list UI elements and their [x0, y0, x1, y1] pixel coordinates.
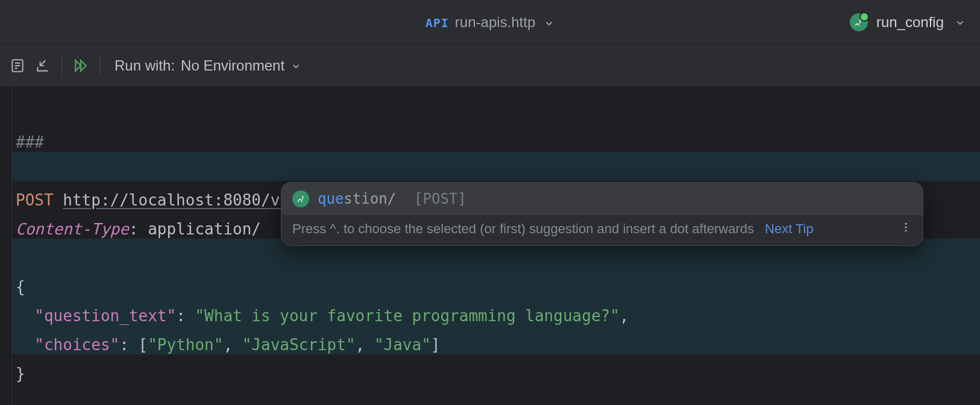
more-icon[interactable] — [900, 221, 912, 237]
svg-point-7 — [905, 226, 906, 228]
comma: , — [620, 307, 629, 325]
chevron-down-icon[interactable] — [544, 15, 554, 31]
colon: : — [176, 307, 186, 325]
chevron-down-icon — [291, 57, 301, 74]
import-icon[interactable] — [30, 53, 55, 78]
brace-close: } — [16, 365, 25, 383]
bracket-close: ] — [431, 336, 441, 354]
header-sep: : — [129, 220, 148, 238]
code-content: ### POST http://localhost:8080/v1/que Co… — [12, 87, 980, 405]
json-string: "JavaScript" — [242, 336, 356, 354]
run-with-label: Run with: — [115, 57, 175, 74]
run-config-label: run_config — [876, 14, 944, 31]
json-string: "Python" — [148, 336, 223, 354]
comma: , — [223, 336, 233, 354]
header-name: Content-Type — [16, 220, 129, 238]
completion-text: question/ — [318, 190, 396, 207]
structure-icon[interactable] — [5, 53, 30, 78]
json-string: "What is your favorite programming langu… — [195, 307, 619, 325]
completion-footer: Press ^. to choose the selected (or firs… — [281, 215, 923, 245]
toolbar-divider — [61, 55, 62, 77]
endpoint-icon — [292, 190, 309, 207]
api-tag: API — [426, 16, 449, 30]
chevron-down-icon[interactable] — [955, 14, 966, 30]
code-editor[interactable]: ### POST http://localhost:8080/v1/que Co… — [0, 87, 980, 405]
next-tip-link[interactable]: Next Tip — [765, 221, 814, 237]
bracket-open: [ — [139, 336, 148, 354]
svg-point-6 — [905, 223, 906, 225]
file-tab[interactable]: API run-apis.http — [426, 14, 555, 31]
environment-value: No Environment — [181, 57, 284, 74]
completion-hint: Press ^. to choose the selected (or firs… — [292, 221, 754, 237]
brace-open: { — [16, 278, 25, 296]
run-config-icon — [850, 13, 868, 31]
url-base: http://localhost:8080/v1/ — [63, 191, 298, 209]
json-key: "question_text" — [34, 307, 176, 325]
json-key: "choices" — [34, 336, 119, 354]
completion-popup: question/ [POST] Press ^. to choose the … — [281, 182, 923, 246]
colon: : — [119, 336, 129, 354]
svg-marker-4 — [75, 60, 81, 71]
completion-method: [POST] — [414, 190, 466, 207]
completion-match: que — [318, 190, 344, 207]
title-bar: API run-apis.http run_config — [0, 0, 980, 45]
file-name: run-apis.http — [455, 14, 535, 31]
comma: , — [356, 336, 365, 354]
toolbar-divider — [99, 55, 100, 77]
svg-point-8 — [905, 230, 906, 231]
separator: ### — [16, 133, 44, 151]
run-all-icon[interactable] — [68, 53, 93, 78]
header-value: application/ — [148, 220, 261, 238]
completion-item[interactable]: question/ [POST] — [281, 183, 923, 215]
environment-selector[interactable]: No Environment — [181, 57, 301, 74]
editor-toolbar: Run with: No Environment — [0, 45, 980, 87]
http-method: POST — [16, 191, 54, 209]
completion-rest: stion/ — [344, 190, 396, 207]
run-config-selector[interactable]: run_config — [850, 0, 966, 45]
gutter — [0, 87, 12, 405]
json-string: "Java" — [374, 336, 431, 354]
